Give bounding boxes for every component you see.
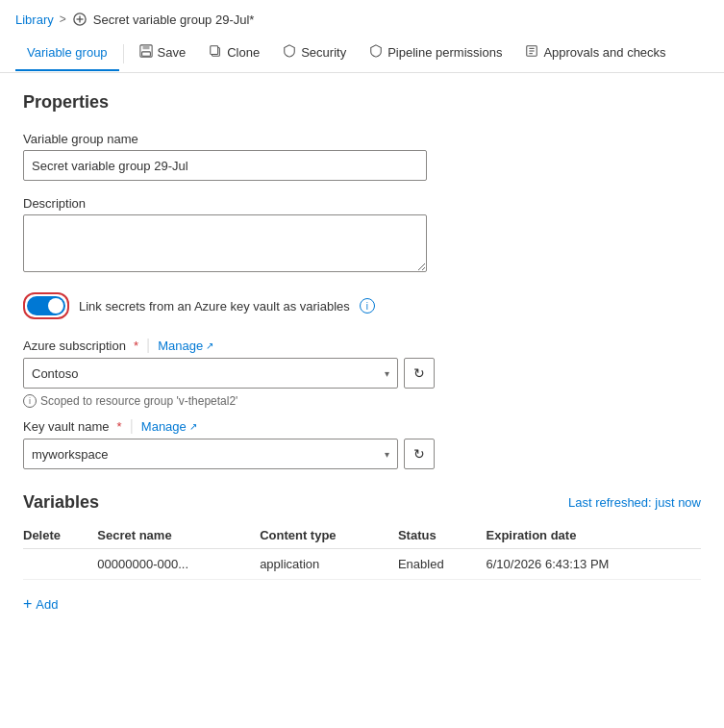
col-status: Status <box>398 522 487 549</box>
subscription-manage-label: Manage <box>158 339 203 353</box>
variable-group-name-label: Variable group name <box>23 132 701 146</box>
scoped-info-icon: i <box>23 394 37 408</box>
tab-security[interactable]: Security <box>271 35 358 72</box>
key-vault-chevron-icon: ▾ <box>385 449 389 460</box>
variables-title: Variables <box>23 492 99 513</box>
subscription-value: Contoso <box>32 366 78 381</box>
breadcrumb-library-link[interactable]: Library <box>15 13 54 27</box>
key-vault-toggle-row: Link secrets from an Azure key vault as … <box>23 292 701 319</box>
scoped-note-text: Scoped to resource group 'v-thepetal2' <box>40 394 237 408</box>
pipe-separator-1: | <box>146 337 150 354</box>
toolbar: Variable group Save Clone Security <box>0 35 724 73</box>
key-vault-refresh-icon: ↻ <box>413 446 425 462</box>
row-status: Enabled <box>398 549 487 580</box>
tab-pipeline-permissions-label: Pipeline permissions <box>387 45 502 60</box>
row-delete <box>23 549 97 580</box>
tab-clone-label: Clone <box>227 45 260 60</box>
breadcrumb-separator: > <box>60 13 66 26</box>
col-delete: Delete <box>23 522 97 549</box>
add-button[interactable]: + Add <box>23 588 58 620</box>
toggle-label: Link secrets from an Azure key vault as … <box>79 299 350 314</box>
key-vault-select-row: myworkspace ▾ ↻ <box>23 439 701 469</box>
variables-table: Delete Secret name Content type Status E… <box>23 522 701 580</box>
tab-approvals-checks-label: Approvals and checks <box>543 45 665 60</box>
main-content: Properties Variable group name Descripti… <box>0 73 724 640</box>
tab-clone[interactable]: Clone <box>197 35 271 72</box>
pipeline-permissions-icon <box>369 44 383 61</box>
variables-header: Variables Last refreshed: just now <box>23 492 701 513</box>
last-refreshed: Last refreshed: just now <box>568 495 701 510</box>
col-expiration-date: Expiration date <box>487 522 702 549</box>
add-label: Add <box>36 597 58 612</box>
variable-group-name-input[interactable] <box>23 150 427 181</box>
variable-group-name-field: Variable group name <box>23 132 701 181</box>
subscription-label-row: Azure subscription * | Manage ↗ <box>23 337 701 354</box>
key-vault-value: myworkspace <box>32 447 108 462</box>
properties-section: Properties Variable group name Descripti… <box>23 92 701 319</box>
tab-security-label: Security <box>301 45 346 60</box>
scoped-note: i Scoped to resource group 'v-thepetal2' <box>23 394 701 408</box>
description-field: Description <box>23 196 701 275</box>
add-icon: + <box>23 595 32 613</box>
subscription-label: Azure subscription <box>23 339 126 353</box>
subscription-chevron-icon: ▾ <box>385 368 389 379</box>
subscription-select[interactable]: Contoso ▾ <box>23 358 398 389</box>
row-secret-name: 00000000-000... <box>97 549 260 580</box>
tab-save-label: Save <box>158 45 187 60</box>
key-vault-manage-link[interactable]: Manage ↗ <box>141 419 197 434</box>
col-secret-name: Secret name <box>97 522 260 549</box>
toggle-info-icon[interactable]: i <box>360 298 375 314</box>
subscription-refresh-icon: ↻ <box>413 365 425 381</box>
key-vault-external-link-icon: ↗ <box>189 421 197 432</box>
properties-title: Properties <box>23 92 701 113</box>
subscription-required: * <box>134 339 138 353</box>
variables-section: Variables Last refreshed: just now Delet… <box>23 492 701 620</box>
variable-group-icon <box>72 12 87 27</box>
azure-section: Azure subscription * | Manage ↗ Contoso … <box>23 337 701 469</box>
table-row: 00000000-000... application Enabled 6/10… <box>23 549 701 580</box>
tab-variable-group-label: Variable group <box>27 45 108 60</box>
key-vault-toggle-wrapper <box>23 292 69 319</box>
security-icon <box>283 44 296 61</box>
svg-rect-7 <box>211 46 218 55</box>
key-vault-select[interactable]: myworkspace ▾ <box>23 439 398 469</box>
row-expiration-date: 6/10/2026 6:43:13 PM <box>487 549 702 580</box>
key-vault-manage-label: Manage <box>141 419 187 434</box>
description-label: Description <box>23 196 701 211</box>
key-vault-label-row: Key vault name * | Manage ↗ <box>23 417 701 435</box>
description-input[interactable] <box>23 214 427 272</box>
key-vault-refresh-button[interactable]: ↻ <box>404 439 435 469</box>
subscription-refresh-button[interactable]: ↻ <box>404 358 435 389</box>
tab-variable-group[interactable]: Variable group <box>15 36 119 71</box>
key-vault-required: * <box>117 419 122 434</box>
tab-pipeline-permissions[interactable]: Pipeline permissions <box>358 35 513 72</box>
key-vault-toggle[interactable] <box>27 296 65 315</box>
approvals-checks-icon <box>525 44 538 61</box>
breadcrumb: Library > Secret variable group 29-Jul* <box>0 0 724 35</box>
svg-rect-4 <box>142 45 149 49</box>
pipe-separator-2: | <box>130 417 134 435</box>
clone-icon <box>209 44 222 61</box>
key-vault-label: Key vault name <box>23 419 110 434</box>
col-content-type: Content type <box>260 522 398 549</box>
variables-table-header: Delete Secret name Content type Status E… <box>23 522 701 549</box>
subscription-external-link-icon: ↗ <box>206 340 213 351</box>
save-icon <box>139 44 153 61</box>
tab-approvals-checks[interactable]: Approvals and checks <box>513 35 677 72</box>
toolbar-divider-1 <box>123 44 124 63</box>
subscription-manage-link[interactable]: Manage ↗ <box>158 339 213 353</box>
subscription-select-row: Contoso ▾ ↻ <box>23 358 701 389</box>
tab-save[interactable]: Save <box>128 35 198 72</box>
breadcrumb-current: Secret variable group 29-Jul* <box>93 13 255 27</box>
row-content-type: application <box>260 549 398 580</box>
svg-rect-5 <box>141 52 150 56</box>
